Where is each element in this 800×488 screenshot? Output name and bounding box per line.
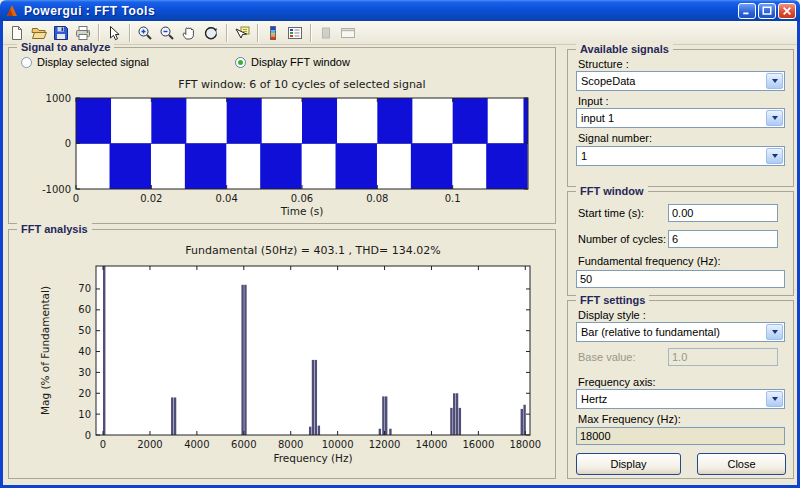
frequency-axis-select[interactable]: Hertz [576, 389, 785, 409]
max-frequency-label: Max Frequency (Hz): [578, 413, 681, 425]
matlab-logo-icon [4, 3, 20, 19]
minimize-button[interactable] [738, 3, 756, 19]
fft-analysis-panel: FFT analysis 020004000600080001000012000… [8, 229, 556, 479]
svg-text:10: 10 [78, 409, 91, 420]
close-action-button[interactable]: Close [697, 453, 786, 475]
frequency-axis-select-value: Hertz [577, 393, 765, 405]
save-icon[interactable] [50, 23, 72, 43]
radio-display-selected-signal[interactable]: Display selected signal [21, 56, 149, 68]
window-border [0, 21, 3, 488]
svg-text:20: 20 [78, 388, 91, 399]
chevron-down-icon [766, 110, 783, 126]
chevron-down-icon [766, 73, 783, 89]
fft-window-signal-plot: 00.020.040.060.080.1-100001000FFT window… [9, 48, 555, 223]
start-time-label: Start time (s): [578, 207, 644, 219]
fft-harmonics-plot: 0200040006000800010000120001400016000180… [9, 230, 555, 478]
fft-settings-title: FFT settings [576, 294, 649, 307]
svg-text:-1000: -1000 [42, 184, 71, 195]
fft-window-panel: FFT window Start time (s): Number of cyc… [567, 191, 794, 296]
toolbar-separator [257, 24, 258, 42]
svg-text:40: 40 [78, 346, 91, 357]
title-bar[interactable]: Powergui : FFT Tools [0, 0, 800, 21]
frequency-axis-label: Frequency axis: [578, 376, 656, 388]
radio-unselected-icon [21, 57, 32, 68]
svg-text:Fundamental (50Hz) = 403.1 , T: Fundamental (50Hz) = 403.1 , THD= 134.02… [185, 244, 440, 257]
radio-label: Display FFT window [251, 56, 350, 68]
input-select[interactable]: input 1 [576, 108, 785, 128]
svg-text:8000: 8000 [278, 439, 303, 450]
display-style-select-value: Bar (relative to fundamental) [577, 326, 765, 338]
zoom-out-icon[interactable] [156, 23, 178, 43]
available-signals-title: Available signals [576, 43, 673, 56]
svg-text:0: 0 [73, 193, 79, 204]
svg-text:18000: 18000 [509, 439, 541, 450]
svg-text:70: 70 [78, 283, 91, 294]
svg-text:0.04: 0.04 [216, 193, 238, 204]
svg-text:6000: 6000 [231, 439, 256, 450]
new-file-icon[interactable] [6, 23, 28, 43]
signal-to-analyze-panel: Signal to analyze Display selected signa… [8, 47, 556, 224]
pan-hand-icon[interactable] [178, 23, 200, 43]
svg-text:10000: 10000 [322, 439, 354, 450]
base-value-input [668, 348, 778, 366]
open-file-icon[interactable] [28, 23, 50, 43]
rotate-3d-icon[interactable] [200, 23, 222, 43]
svg-text:12000: 12000 [369, 439, 401, 450]
svg-text:60: 60 [78, 304, 91, 315]
max-frequency-input[interactable] [576, 427, 785, 445]
svg-text:Mag (% of Fundamental): Mag (% of Fundamental) [39, 286, 51, 415]
signal-panel-title: Signal to analyze [17, 41, 114, 54]
svg-text:Frequency (Hz): Frequency (Hz) [273, 452, 352, 464]
svg-text:30: 30 [78, 367, 91, 378]
radio-selected-icon [235, 57, 246, 68]
data-cursor-icon[interactable] [231, 23, 253, 43]
legend-icon[interactable] [284, 23, 306, 43]
svg-text:0.1: 0.1 [445, 193, 461, 204]
toolbar-separator [310, 24, 311, 42]
svg-text:0.02: 0.02 [140, 193, 162, 204]
structure-select[interactable]: ScopeData [576, 71, 785, 91]
svg-text:2000: 2000 [137, 439, 162, 450]
structure-label: Structure : [578, 58, 629, 70]
toolbar-separator [226, 24, 227, 42]
fft-panel-title: FFT analysis [17, 223, 92, 236]
svg-text:0.08: 0.08 [366, 193, 388, 204]
signal-number-select[interactable]: 1 [576, 146, 785, 166]
print-icon[interactable] [72, 23, 94, 43]
zoom-in-icon[interactable] [134, 23, 156, 43]
input-label: Input : [578, 95, 609, 107]
start-time-input[interactable] [668, 204, 778, 222]
radio-display-fft-window[interactable]: Display FFT window [235, 56, 350, 68]
pointer-icon[interactable] [103, 23, 125, 43]
chevron-down-icon [766, 148, 783, 164]
signal-number-select-value: 1 [577, 150, 765, 162]
display-button[interactable]: Display [576, 453, 681, 475]
maximize-button[interactable] [758, 3, 776, 19]
svg-text:0: 0 [100, 439, 106, 450]
toolbar-separator [129, 24, 130, 42]
close-button[interactable] [778, 3, 796, 19]
fundamental-frequency-input[interactable] [576, 270, 785, 288]
plot-tools-icon[interactable] [337, 23, 359, 43]
svg-text:0: 0 [65, 138, 71, 149]
fft-window-title: FFT window [576, 185, 648, 198]
number-of-cycles-input[interactable] [668, 230, 778, 248]
chevron-down-icon [766, 391, 783, 407]
chevron-down-icon [766, 324, 783, 340]
signal-number-label: Signal number: [578, 132, 652, 144]
display-style-select[interactable]: Bar (relative to fundamental) [576, 322, 785, 342]
radio-label: Display selected signal [37, 56, 149, 68]
window-title: Powergui : FFT Tools [24, 4, 738, 18]
svg-text:16000: 16000 [462, 439, 494, 450]
base-value-label: Base value: [578, 351, 635, 363]
svg-text:Time (s): Time (s) [280, 205, 324, 217]
colorbar-disabled-icon [315, 23, 337, 43]
powergui-fft-tools-window: Powergui : FFT Tools [0, 0, 800, 488]
display-style-label: Display style : [578, 309, 646, 321]
colorbar-icon[interactable] [262, 23, 284, 43]
svg-text:0: 0 [85, 430, 91, 441]
structure-select-value: ScopeData [577, 75, 765, 87]
svg-text:0.06: 0.06 [291, 193, 313, 204]
number-of-cycles-label: Number of cycles: [578, 233, 666, 245]
fundamental-frequency-label: Fundamental frequency (Hz): [578, 255, 720, 267]
